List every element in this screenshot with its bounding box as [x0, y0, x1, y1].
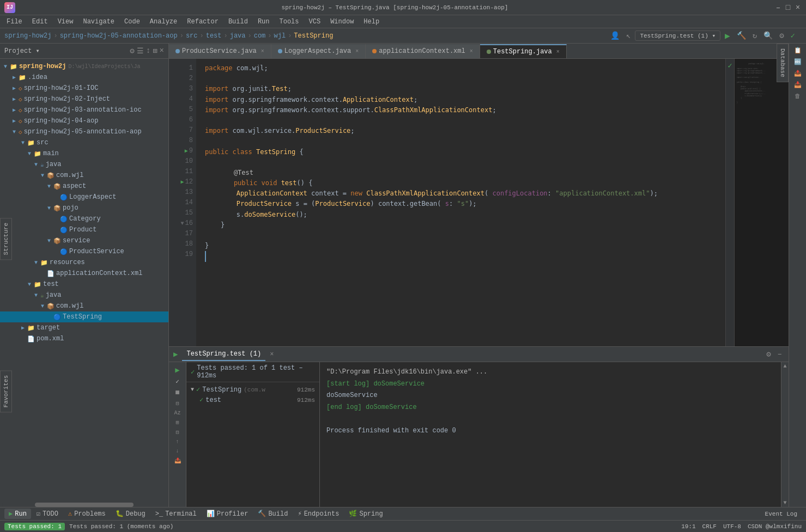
- next-fail[interactable]: ↓: [173, 447, 181, 455]
- sidebar-layout-icon[interactable]: ☰: [137, 46, 144, 56]
- endpoints-tool-button[interactable]: ⚡ Endpoints: [293, 509, 343, 519]
- menu-window[interactable]: Window: [326, 17, 358, 27]
- code-editor[interactable]: package com.wjl; import org.junit.Test; …: [196, 59, 725, 346]
- tab-testspring[interactable]: TestSpring.java ×: [480, 44, 567, 58]
- tree-item-app-ctx[interactable]: ▶ 📄 applicationContext.xml: [0, 268, 168, 279]
- rerun-button[interactable]: ▶: [173, 364, 181, 376]
- menu-file[interactable]: File: [2, 17, 27, 27]
- event-log-button[interactable]: Event Log: [761, 510, 802, 518]
- tree-item-pom[interactable]: ▶ 📄 pom.xml: [0, 333, 168, 344]
- tab-product-service[interactable]: ProductService.java ×: [169, 44, 271, 58]
- expand-tree[interactable]: ⊞: [173, 418, 181, 427]
- breadcrumb-project[interactable]: spring-how2j: [4, 32, 51, 40]
- maximize-button[interactable]: □: [784, 4, 792, 11]
- close-tab-app-ctx[interactable]: ×: [470, 48, 473, 54]
- tree-item-aspect[interactable]: ▼ 📦 aspect: [0, 181, 168, 192]
- filter-tests[interactable]: ⊟: [173, 399, 181, 408]
- tree-item-main[interactable]: ▼ 📁 main: [0, 148, 168, 159]
- search-everywhere-button[interactable]: 🔍: [761, 30, 775, 41]
- tree-item-java-src[interactable]: ▼ ☕ java: [0, 159, 168, 170]
- cursor-position[interactable]: 19:1: [681, 523, 695, 530]
- right-tool-2[interactable]: 🔤: [792, 57, 804, 66]
- right-tool-1[interactable]: 📋: [792, 46, 804, 55]
- close-tab-logger-aspect[interactable]: ×: [355, 48, 359, 54]
- sort-alpha[interactable]: Az: [172, 409, 183, 417]
- run-all-tests[interactable]: ✓: [173, 377, 181, 386]
- profiler-tool-button[interactable]: 📊 Profiler: [202, 509, 253, 519]
- sidebar-expand-icon[interactable]: ⊞: [153, 46, 157, 56]
- run-panel-settings[interactable]: ⚙: [764, 348, 773, 360]
- build-tool-button[interactable]: 🔨 Build: [253, 509, 292, 519]
- notifications-button[interactable]: ✓: [789, 30, 797, 41]
- tree-item-category[interactable]: ▶ 🔵 Category: [0, 213, 168, 224]
- run-panel-close-tab[interactable]: ×: [270, 351, 274, 358]
- tests-passed-badge[interactable]: Tests passed: 1: [4, 523, 65, 530]
- close-tab-product-service[interactable]: ×: [261, 48, 264, 54]
- tab-application-context[interactable]: applicationContext.xml ×: [366, 44, 480, 58]
- tree-item-product[interactable]: ▶ 🔵 Product: [0, 224, 168, 235]
- breadcrumb-com[interactable]: com: [254, 32, 266, 40]
- close-tab-testspring[interactable]: ×: [556, 49, 560, 55]
- menu-tools[interactable]: Tools: [275, 17, 304, 27]
- stop-button[interactable]: ■: [173, 387, 181, 398]
- breadcrumb-module[interactable]: spring-how2j-05-annotation-aop: [60, 32, 178, 40]
- run-config-selector[interactable]: TestSpring.test (1) ▾: [635, 30, 720, 41]
- prev-fail[interactable]: ↑: [173, 438, 181, 446]
- line-ending[interactable]: CRLF: [702, 523, 717, 530]
- database-panel-tab[interactable]: Database: [777, 44, 789, 82]
- right-tool-4[interactable]: 📥: [792, 80, 804, 89]
- menu-code[interactable]: Code: [120, 17, 144, 27]
- breadcrumb-test[interactable]: test: [206, 32, 222, 40]
- tree-item-logger-aspect[interactable]: ▶ 🔵 LoggerAspect: [0, 192, 168, 203]
- tree-item-test-java[interactable]: ▼ ☕ java: [0, 290, 168, 301]
- terminal-tool-button[interactable]: >_ Terminal: [151, 509, 201, 519]
- problems-tool-button[interactable]: ⚠ Problems: [64, 509, 110, 519]
- menu-navigate[interactable]: Navigate: [78, 17, 119, 27]
- structure-panel-tab[interactable]: Structure: [0, 218, 12, 260]
- tree-item-testspring[interactable]: ▶ 🔵 TestSpring: [0, 311, 168, 322]
- menu-edit[interactable]: Edit: [28, 17, 52, 27]
- tree-item-ioc[interactable]: ▶ ◇ spring-how2j-01-IOC: [0, 83, 168, 94]
- menu-view[interactable]: View: [53, 17, 78, 27]
- breadcrumb-wjl[interactable]: wjl: [274, 32, 286, 40]
- menu-analyze[interactable]: Analyze: [146, 17, 181, 27]
- collapse-tree[interactable]: ⊟: [173, 428, 181, 437]
- tab-logger-aspect[interactable]: LoggerAspect.java ×: [271, 44, 366, 58]
- tree-item-inject[interactable]: ▶ ◇ spring-how2j-02-Inject: [0, 94, 168, 105]
- run-button-green[interactable]: ▶: [723, 29, 732, 42]
- tree-item-test[interactable]: ▼ 📁 test: [0, 279, 168, 290]
- tree-item-service[interactable]: ▼ 📦 service: [0, 235, 168, 246]
- export-results[interactable]: 📤: [172, 456, 183, 465]
- profile-icon[interactable]: 👤: [608, 30, 622, 41]
- scroll-down-arrow[interactable]: ▼: [783, 500, 786, 506]
- favorites-panel-tab[interactable]: Favorites: [0, 370, 12, 412]
- run-panel-run-icon[interactable]: ▶: [173, 350, 178, 359]
- close-button[interactable]: ×: [794, 4, 802, 11]
- charset[interactable]: UTF-8: [723, 523, 741, 530]
- right-tool-3[interactable]: 📤: [792, 69, 804, 78]
- tree-item-root[interactable]: ▼ 📁 spring-how2j D:\wjl\IdeaProjects\Ja: [0, 61, 168, 72]
- tree-item-src[interactable]: ▼ 📁 src: [0, 137, 168, 148]
- tree-item-com-wjl[interactable]: ▼ 📦 com.wjl: [0, 170, 168, 181]
- tree-item-annot-ioc[interactable]: ▶ ◇ spring-how2j-03-annotation-ioc: [0, 105, 168, 115]
- sidebar-sort-icon[interactable]: ↕: [146, 46, 150, 56]
- tree-item-test-com-wjl[interactable]: ▼ 📦 com.wjl: [0, 301, 168, 311]
- cursor-icon[interactable]: ↖: [624, 30, 633, 41]
- tree-item-target[interactable]: ▶ 📁 target: [0, 322, 168, 333]
- todo-tool-button[interactable]: ☑ TODO: [32, 509, 63, 519]
- tree-item-pojo[interactable]: ▼ 📦 pojo: [0, 203, 168, 213]
- menu-refactor[interactable]: Refactor: [183, 17, 223, 27]
- breadcrumb-src[interactable]: src: [186, 32, 198, 40]
- sidebar-close-icon[interactable]: ×: [160, 46, 164, 56]
- tree-item-idea[interactable]: ▶ 📁 .idea: [0, 72, 168, 83]
- menu-help[interactable]: Help: [359, 17, 384, 27]
- run-output-scrollbar[interactable]: ▲ ▼: [781, 362, 789, 507]
- tree-item-resources[interactable]: ▼ 📁 resources: [0, 257, 168, 268]
- sidebar-settings-icon[interactable]: ⚙: [130, 46, 134, 56]
- run-panel-minimize[interactable]: –: [775, 348, 784, 360]
- scroll-up-arrow[interactable]: ▲: [783, 363, 786, 369]
- debug-tool-button[interactable]: 🐛 Debug: [111, 509, 150, 519]
- spring-tool-button[interactable]: 🌿 Spring: [344, 509, 387, 519]
- breadcrumb-class[interactable]: TestSpring: [294, 32, 333, 40]
- tree-item-04-aop[interactable]: ▶ ◇ spring-how2j-04-aop: [0, 115, 168, 126]
